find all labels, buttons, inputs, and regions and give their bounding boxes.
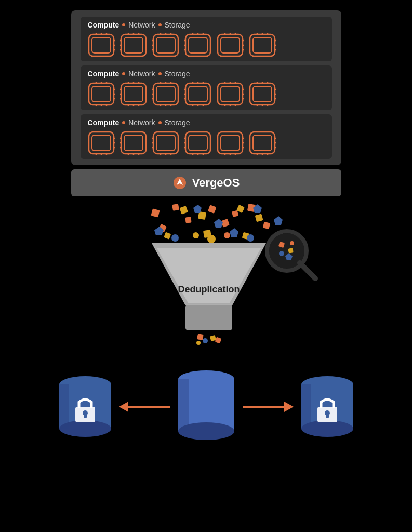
svg-rect-300 [84, 413, 87, 418]
chip-2-2 [120, 82, 147, 106]
chip-row-1 [88, 33, 325, 57]
storage-label-1: Storage [165, 21, 190, 29]
svg-marker-270 [193, 205, 202, 213]
dot-1a [122, 23, 125, 26]
server-label-1: Compute Network Storage [88, 21, 325, 29]
svg-point-279 [193, 232, 199, 238]
svg-rect-261 [185, 217, 191, 223]
svg-point-275 [171, 234, 179, 242]
svg-point-286 [290, 241, 294, 245]
svg-rect-239 [253, 135, 272, 151]
dot-2a [122, 72, 125, 75]
svg-point-293 [196, 341, 201, 345]
vergeos-icon [172, 176, 187, 190]
svg-point-278 [247, 234, 254, 242]
chip-3-2 [120, 131, 147, 155]
svg-rect-155 [253, 86, 272, 102]
chip-1-5 [217, 33, 244, 57]
svg-rect-15 [124, 37, 143, 53]
svg-rect-169 [92, 135, 111, 151]
svg-rect-225 [221, 135, 240, 151]
svg-rect-141 [221, 86, 240, 102]
dedup-label: Deduplication [178, 284, 240, 295]
connector-left [128, 406, 170, 408]
chip-3-4 [184, 131, 211, 155]
servers-panel: Compute Network Storage Compute Network [71, 10, 341, 165]
main-container: Compute Network Storage Compute Network [0, 0, 412, 532]
svg-rect-292 [215, 337, 221, 344]
svg-rect-127 [189, 86, 207, 102]
svg-rect-264 [236, 205, 245, 213]
chip-2-1 [88, 82, 115, 106]
arrowhead-right [284, 402, 294, 412]
svg-rect-308 [301, 384, 311, 429]
storage-label-2: Storage [165, 70, 190, 78]
svg-point-291 [203, 338, 208, 343]
svg-marker-271 [214, 219, 223, 228]
arrow-left [119, 402, 170, 412]
svg-rect-254 [172, 204, 179, 211]
chip-1-2 [120, 33, 147, 57]
svg-point-276 [207, 235, 216, 243]
chip-1-1 [88, 33, 115, 57]
dot-1b [158, 23, 162, 26]
dot-3a [122, 121, 125, 124]
dot-3b [158, 121, 162, 124]
svg-rect-255 [207, 205, 216, 214]
network-label-2: Network [128, 70, 155, 78]
arrow-right [243, 402, 294, 412]
chip-1-4 [184, 33, 211, 57]
svg-rect-265 [255, 214, 263, 222]
chip-3-6 [249, 131, 276, 155]
svg-rect-29 [156, 37, 175, 53]
svg-rect-288 [185, 304, 232, 330]
server-label-2: Compute Network Storage [88, 70, 325, 78]
vergeos-text: VergeOS [192, 176, 240, 190]
svg-rect-284 [288, 248, 293, 253]
chip-3-3 [152, 131, 179, 155]
arrowhead-left [119, 402, 128, 412]
dot-2b [158, 72, 162, 75]
svg-rect-253 [151, 208, 160, 217]
storage-label-3: Storage [165, 118, 190, 127]
storage-right [299, 373, 356, 441]
compute-label-1: Compute [88, 21, 119, 29]
svg-marker-274 [230, 228, 238, 237]
svg-rect-297 [59, 384, 69, 429]
storage-left [57, 373, 114, 441]
svg-rect-260 [262, 222, 270, 230]
chip-3-1 [88, 131, 115, 155]
connector-right [243, 406, 284, 408]
chip-1-3 [152, 33, 179, 57]
server-row-2: Compute Network Storage [81, 65, 332, 110]
network-label-1: Network [128, 21, 155, 29]
svg-rect-99 [124, 86, 143, 102]
chip-2-6 [249, 82, 276, 106]
svg-point-277 [224, 232, 230, 238]
server-label-3: Compute Network Storage [88, 118, 325, 127]
svg-rect-183 [124, 135, 143, 151]
svg-rect-57 [221, 37, 240, 53]
chip-2-5 [217, 82, 244, 106]
svg-rect-85 [92, 86, 111, 102]
svg-line-282 [300, 263, 315, 278]
svg-rect-256 [231, 210, 238, 217]
chip-2-4 [184, 82, 211, 106]
svg-rect-311 [326, 413, 329, 418]
svg-rect-304 [178, 379, 189, 431]
chip-row-3 [88, 131, 325, 155]
svg-rect-289 [197, 334, 204, 340]
compute-label-3: Compute [88, 118, 119, 127]
compute-label-2: Compute [88, 70, 119, 78]
svg-rect-262 [179, 206, 188, 215]
storage-center [175, 368, 237, 446]
svg-rect-113 [156, 86, 175, 102]
svg-rect-197 [156, 135, 175, 151]
chip-3-5 [217, 131, 244, 155]
network-label-3: Network [128, 118, 155, 127]
svg-rect-71 [253, 37, 272, 53]
storage-row [50, 368, 362, 446]
svg-point-285 [279, 251, 284, 256]
server-row-3: Compute Network Storage [81, 114, 332, 159]
chip-1-6 [249, 33, 276, 57]
